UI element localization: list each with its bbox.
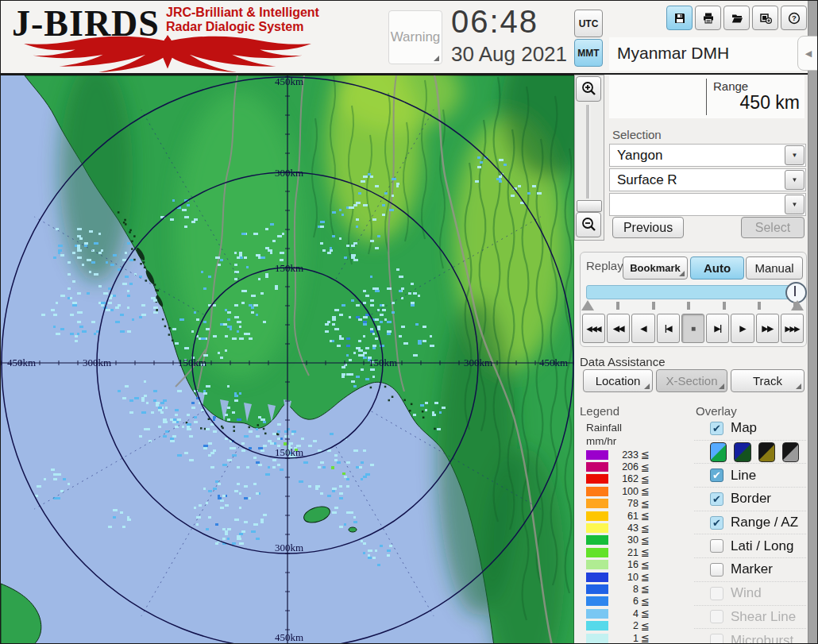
svg-text:150km: 150km — [368, 357, 397, 368]
svg-text:150km: 150km — [178, 357, 206, 368]
legend-operator: ≦ — [641, 559, 650, 571]
replay-slider-track[interactable] — [586, 285, 802, 299]
legend-swatch — [586, 573, 608, 582]
chevron-down-icon[interactable]: ▼ — [785, 145, 804, 165]
zoom-out-icon — [581, 217, 596, 233]
overlay-item-label: Border — [731, 491, 771, 507]
selection-dropdown-site[interactable]: Yangon ▼ — [609, 144, 806, 167]
x-section-button[interactable]: X-Section — [656, 369, 727, 392]
warning-button[interactable]: Warning — [388, 10, 442, 64]
checkbox-map[interactable]: ✔ — [710, 422, 723, 435]
jump-start-button[interactable]: ◀◀◀ — [582, 314, 605, 343]
checkbox-marker[interactable] — [710, 563, 723, 577]
legend-swatch — [586, 560, 608, 569]
timezone-mmt-button[interactable]: MMT — [574, 39, 603, 67]
legend-value: 233 — [608, 449, 639, 461]
legend-swatch — [586, 450, 608, 460]
checkbox-border[interactable]: ✔ — [710, 492, 723, 506]
zoom-slider-handle[interactable] — [577, 200, 602, 212]
help-button[interactable]: ? — [781, 6, 807, 30]
map-style-swatch-1[interactable] — [710, 442, 727, 462]
track-button[interactable]: Track — [731, 369, 804, 392]
legend-row: 61≦ — [584, 510, 671, 522]
range-box: Range 450 km — [609, 75, 804, 118]
chevron-down-icon[interactable]: ▼ — [785, 195, 804, 214]
eagle-logo-icon — [9, 34, 326, 72]
legend-row: 43≦ — [584, 522, 671, 534]
legend-unit-2: mm/hr — [586, 435, 616, 447]
zoom-out-button[interactable] — [576, 212, 601, 237]
clock-date: 30 Aug 2021 — [451, 42, 567, 67]
play-button[interactable]: ▶ — [731, 314, 754, 343]
clock-time: 06:48 — [451, 4, 538, 40]
legend-row: 8≦ — [584, 583, 671, 595]
legend-row: 21≦ — [584, 546, 671, 558]
legend-scale: 233≦206≦162≦100≦78≦61≦43≦30≦21≦16≦10≦8≦6… — [584, 449, 671, 644]
map-style-swatch-3[interactable] — [758, 442, 775, 462]
add-image-icon — [759, 12, 772, 25]
legend-row: 4≦ — [584, 607, 671, 619]
add-image-button[interactable] — [752, 6, 778, 30]
step-forward-button[interactable]: ▶| — [706, 314, 729, 343]
checkbox-line[interactable]: ✔ — [710, 469, 723, 482]
open-folder-button[interactable] — [723, 6, 750, 30]
fast-rewind-button[interactable]: ◀◀ — [607, 314, 630, 343]
legend-swatch — [586, 462, 608, 472]
stop-button[interactable]: ■ — [681, 314, 704, 343]
legend-row: 100≦ — [584, 485, 671, 497]
overlay-row-line: ✔Line — [694, 464, 806, 488]
zoom-slider-track[interactable] — [586, 105, 590, 199]
overlay-row-shear-line: Shear Line — [694, 606, 806, 630]
slider-tick — [758, 302, 761, 310]
open-folder-icon — [731, 12, 743, 25]
station-name: Myanmar DMH — [617, 44, 729, 63]
panel-collapse-button[interactable]: ◀ — [797, 36, 818, 71]
play-reverse-button[interactable]: ◀ — [631, 314, 654, 343]
save-button[interactable] — [666, 6, 693, 30]
zoom-in-button[interactable] — [576, 76, 601, 102]
location-button[interactable]: Location — [583, 369, 653, 392]
overlay-item-label: Line — [731, 468, 756, 484]
legend-value: 8 — [608, 584, 639, 595]
chevron-down-icon[interactable]: ▼ — [785, 170, 804, 190]
bookmark-button[interactable]: Bookmark — [623, 256, 688, 280]
map-style-swatch-4[interactable] — [782, 442, 799, 462]
legend-swatch — [586, 523, 608, 533]
selection-dropdown-product[interactable]: Surface R ▼ — [609, 168, 806, 191]
overlay-label: Overlay — [696, 404, 737, 418]
slider-tick — [723, 302, 726, 310]
checkbox-range-az[interactable]: ✔ — [710, 516, 723, 530]
overlay-row-wind: Wind — [694, 582, 806, 606]
svg-text:450km: 450km — [275, 631, 303, 643]
overlay-row-border: ✔Border — [694, 488, 806, 511]
print-button[interactable] — [695, 6, 721, 30]
legend-value: 206 — [608, 461, 639, 472]
legend-operator: ≦ — [641, 583, 650, 595]
replay-manual-button[interactable]: Manual — [746, 256, 803, 280]
legend-value: 2 — [608, 620, 639, 631]
legend-swatch — [586, 596, 608, 606]
legend-operator: ≦ — [641, 449, 650, 461]
fast-forward-button[interactable]: ▶▶ — [756, 314, 779, 343]
step-back-button[interactable]: |◀ — [657, 314, 680, 343]
legend-swatch — [586, 548, 608, 557]
slider-start-marker-icon[interactable] — [581, 300, 594, 310]
replay-auto-button[interactable]: Auto — [690, 256, 744, 280]
selection-dropdown-extra[interactable]: ▼ — [609, 193, 806, 216]
map-style-row — [694, 441, 806, 465]
slider-tick — [652, 302, 655, 310]
radar-map[interactable]: 150km150km150km150km300km300km300km300km… — [1, 75, 574, 644]
jump-end-button[interactable]: ▶▶▶ — [781, 314, 804, 343]
checkbox-lati-long[interactable] — [710, 539, 723, 553]
overlay-item-label: Range / AZ — [731, 515, 798, 530]
map-style-swatch-2[interactable] — [734, 442, 750, 462]
app-logo-subtitle-1: JRC-Brilliant & Intelligent — [166, 6, 319, 20]
legend-row: 10≦ — [584, 571, 671, 583]
legend-row: 233≦ — [584, 449, 671, 461]
legend-operator: ≦ — [641, 485, 650, 497]
previous-button[interactable]: Previous — [612, 217, 684, 238]
select-button[interactable]: Select — [741, 217, 804, 238]
slider-tick — [616, 302, 619, 310]
replay-label: Replay — [586, 259, 623, 272]
timezone-utc-button[interactable]: UTC — [574, 10, 603, 37]
